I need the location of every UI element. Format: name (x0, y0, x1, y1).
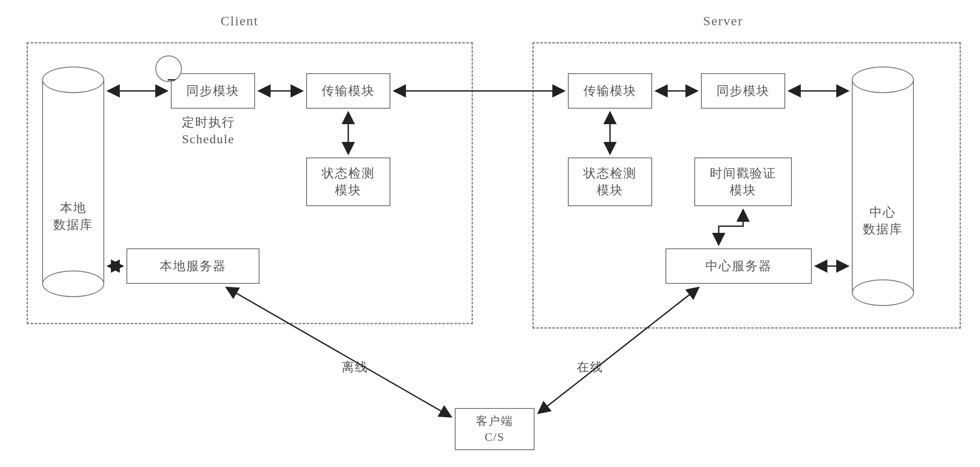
server-timestamp-label: 时间戳验证模块 (710, 165, 776, 199)
bottom-client-box: 客户端 C/S (455, 408, 535, 450)
schedule-circle-icon (155, 55, 182, 82)
server-timestamp-box: 时间戳验证模块 (694, 157, 792, 206)
bottom-cs-label: C/S (476, 429, 513, 445)
edge-offline-label: 离线 (342, 359, 368, 375)
server-db-cylinder: 中心数据库 (852, 67, 914, 306)
bottom-client-label: 客户端 (476, 413, 513, 429)
server-center-label: 中心服务器 (705, 258, 772, 275)
client-transport-box: 传输模块 (306, 73, 390, 109)
client-status-label: 状态检测模块 (322, 165, 375, 199)
server-status-label: 状态检测模块 (583, 165, 637, 199)
title-server: Server (679, 13, 767, 28)
server-transport-label: 传输模块 (583, 82, 637, 99)
client-sync-label: 同步模块 (186, 82, 240, 99)
diagram-canvas: Client Server 本地数据库 同步模块 定时执行 Schedule 传… (0, 0, 980, 467)
schedule-label-cn: 定时执行 (182, 114, 235, 130)
server-center-box: 中心服务器 (665, 248, 812, 284)
server-sync-label: 同步模块 (716, 82, 770, 99)
title-client: Client (195, 13, 284, 28)
edge-online-label: 在线 (577, 359, 603, 375)
client-local-server-label: 本地服务器 (160, 258, 226, 275)
server-db-label: 中心数据库 (852, 204, 914, 238)
client-db-cylinder: 本地数据库 (42, 67, 104, 297)
schedule-label-en: Schedule (182, 131, 235, 147)
server-sync-box: 同步模块 (701, 73, 785, 109)
client-local-server-box: 本地服务器 (126, 248, 260, 284)
server-transport-box: 传输模块 (568, 73, 652, 109)
server-status-box: 状态检测模块 (568, 157, 652, 206)
client-db-label: 本地数据库 (42, 200, 104, 233)
client-sync-box: 同步模块 (171, 73, 255, 109)
client-status-box: 状态检测模块 (306, 157, 390, 206)
client-transport-label: 传输模块 (322, 82, 375, 99)
